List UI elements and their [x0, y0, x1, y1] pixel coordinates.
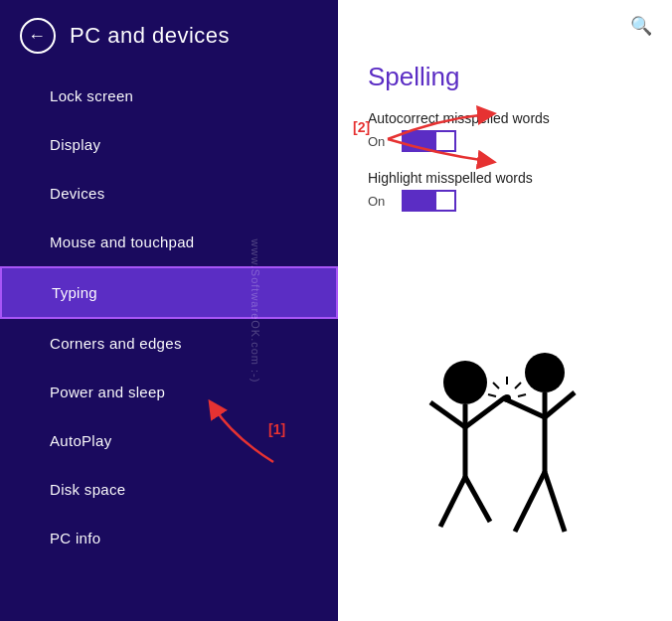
svg-point-0: [443, 361, 487, 404]
highlight-toggle[interactable]: [402, 190, 456, 212]
highlight-row: On: [368, 190, 642, 212]
spelling-title: Spelling: [368, 62, 642, 92]
svg-line-14: [515, 383, 521, 388]
highlight-item: Highlight misspelled words On: [368, 170, 642, 212]
svg-line-17: [488, 394, 496, 396]
svg-line-2: [430, 402, 465, 427]
sidebar-item-autoplay[interactable]: AutoPlay: [0, 416, 338, 465]
svg-line-15: [493, 383, 499, 388]
search-icon[interactable]: 🔍: [630, 15, 652, 37]
autocorrect-item: Autocorrect misspelled words On: [368, 110, 642, 152]
svg-line-4: [440, 477, 465, 527]
sidebar-nav: Lock screen Display Devices Mouse and to…: [0, 72, 338, 621]
svg-line-10: [515, 472, 545, 532]
back-button[interactable]: ←: [20, 18, 56, 54]
sidebar-item-display[interactable]: Display: [0, 120, 338, 169]
sidebar-item-disk-space[interactable]: Disk space: [0, 465, 338, 514]
sidebar-item-pc-info[interactable]: PC info: [0, 514, 338, 562]
autocorrect-toggle[interactable]: [402, 130, 456, 152]
content-area: 🔍 Spelling Autocorrect misspelled words …: [338, 0, 672, 621]
highlight-label: Highlight misspelled words: [368, 170, 642, 186]
svg-line-8: [508, 400, 545, 417]
sidebar-item-mouse-touchpad[interactable]: Mouse and touchpad: [0, 218, 338, 266]
annotation-1-label: [1]: [268, 421, 285, 437]
highlight-status: On: [368, 194, 390, 209]
svg-line-9: [545, 392, 575, 417]
svg-line-11: [545, 472, 565, 532]
svg-line-16: [518, 394, 526, 396]
autocorrect-status: On: [368, 134, 390, 149]
annotation-2-label: [2]: [353, 119, 370, 135]
back-arrow-icon: ←: [28, 27, 46, 45]
sidebar-title: PC and devices: [70, 23, 230, 49]
content-header: 🔍: [338, 0, 672, 42]
spelling-section: Spelling Autocorrect misspelled words On…: [338, 42, 672, 249]
stick-figures-svg: [391, 333, 619, 621]
autocorrect-label: Autocorrect misspelled words: [368, 110, 642, 126]
illustration: [338, 249, 672, 621]
autocorrect-row: On: [368, 130, 642, 152]
sidebar-item-typing[interactable]: Typing: [0, 266, 338, 319]
sidebar-item-power-sleep[interactable]: Power and sleep: [0, 368, 338, 416]
svg-line-5: [465, 477, 490, 522]
sidebar-item-lock-screen[interactable]: Lock screen: [0, 72, 338, 120]
sidebar: ← PC and devices Lock screen Display Dev…: [0, 0, 338, 621]
sidebar-item-devices[interactable]: Devices: [0, 169, 338, 218]
sidebar-item-corners-edges[interactable]: Corners and edges: [0, 319, 338, 368]
svg-point-12: [503, 394, 511, 402]
svg-point-6: [525, 353, 565, 392]
sidebar-header: ← PC and devices: [0, 0, 338, 72]
